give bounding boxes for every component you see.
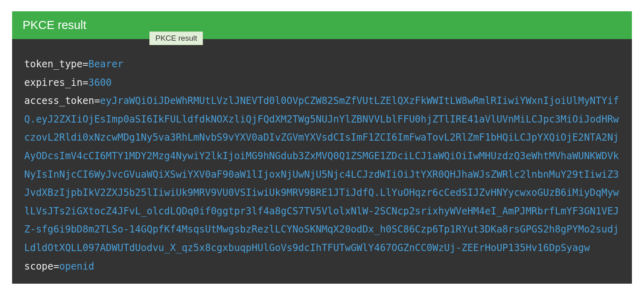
result-value: Bearer [88, 58, 123, 70]
tooltip: PKCE result [149, 31, 203, 45]
result-row-expires-in: expires_in=3600 [24, 74, 620, 92]
result-key: expires_in [24, 77, 83, 88]
result-row-token-type: token_type=Bearer [24, 55, 620, 74]
result-key: token_type [24, 58, 83, 70]
equals-sign: = [94, 95, 100, 106]
equals-sign: = [53, 261, 59, 272]
result-value: 3600 [88, 77, 112, 88]
pkce-result-panel: PKCE result PKCE result token_type=Beare… [12, 11, 632, 284]
result-key: access_token [24, 95, 94, 106]
panel-body: token_type=Bearer expires_in=3600 access… [12, 39, 632, 284]
panel-header: PKCE result PKCE result [12, 11, 632, 39]
result-value: openid [59, 261, 94, 272]
result-row-access-token: access_token=eyJraWQiOiJDeWhRMUtLVzlJNEV… [24, 92, 620, 257]
result-key: scope [24, 261, 53, 272]
panel-title: PKCE result [23, 19, 86, 31]
result-row-scope: scope=openid [24, 257, 620, 276]
equals-sign: = [83, 58, 88, 70]
equals-sign: = [83, 77, 88, 88]
result-value: eyJraWQiOiJDeWhRMUtLVzlJNEVTd0l0OVpCZW82… [24, 95, 619, 253]
